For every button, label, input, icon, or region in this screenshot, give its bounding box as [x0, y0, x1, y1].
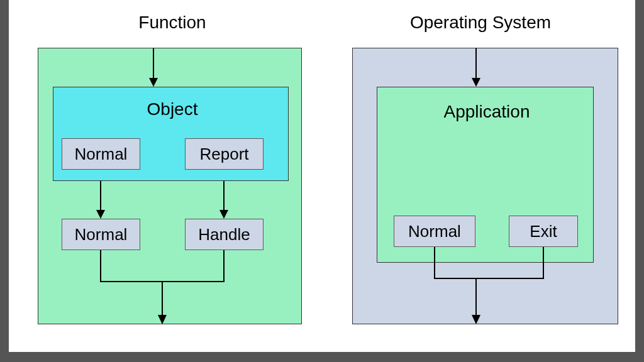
application-label: Application — [418, 102, 556, 122]
box-exit: Exit — [509, 216, 578, 247]
svg-marker-9 — [472, 78, 480, 87]
box-normal-1: Normal — [62, 138, 140, 170]
svg-marker-1 — [149, 78, 158, 87]
svg-marker-7 — [158, 315, 167, 324]
arrow-down-icon — [94, 181, 107, 219]
diagram-sheet: Function Object Normal Report Normal Han… — [9, 0, 635, 352]
svg-marker-3 — [96, 210, 105, 219]
merge-connector — [91, 250, 235, 326]
box-report: Report — [185, 138, 264, 170]
box-normal-3: Normal — [394, 216, 475, 247]
arrow-down-icon — [218, 181, 230, 219]
svg-marker-11 — [472, 315, 480, 324]
right-title: Operating System — [392, 13, 569, 33]
svg-marker-5 — [219, 210, 228, 219]
object-label: Object — [103, 99, 242, 119]
arrow-down-icon — [147, 48, 160, 87]
arrow-down-icon — [470, 48, 482, 87]
left-title: Function — [122, 13, 223, 33]
box-normal-2: Normal — [62, 219, 140, 250]
page: Function Object Normal Report Normal Han… — [0, 0, 644, 362]
merge-connector — [418, 247, 562, 326]
box-handle: Handle — [185, 219, 264, 250]
